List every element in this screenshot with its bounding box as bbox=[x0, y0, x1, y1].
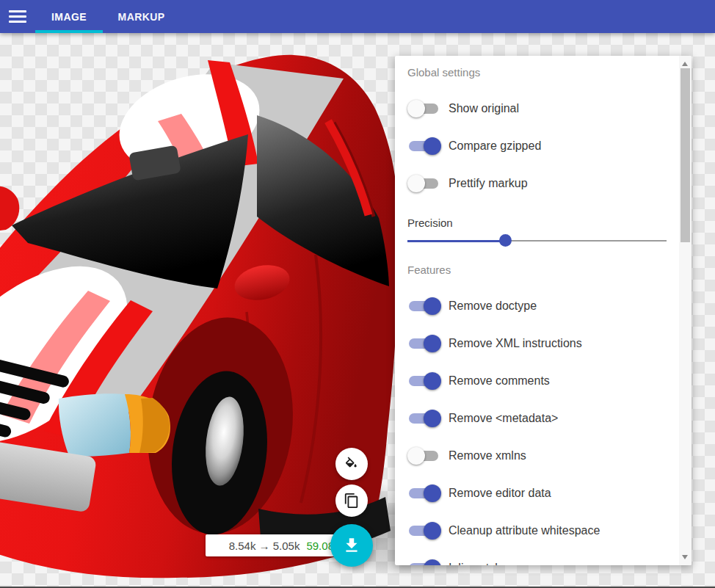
scroll-down-icon[interactable] bbox=[682, 555, 688, 559]
settings-panel: Global settings Show original Compare gz… bbox=[395, 56, 692, 565]
precision-label: Precision bbox=[407, 217, 667, 231]
toggle-switch[interactable] bbox=[407, 409, 441, 428]
menu-icon[interactable] bbox=[0, 0, 35, 33]
arrow-glyph: → bbox=[259, 540, 270, 552]
precision-control: Precision bbox=[407, 217, 667, 247]
toggle-row-inline-styles[interactable]: Inline styles bbox=[395, 549, 679, 565]
toggle-switch[interactable] bbox=[407, 371, 441, 391]
tab-image[interactable]: IMAGE bbox=[35, 0, 103, 33]
toggle-label: Remove XML instructions bbox=[449, 337, 582, 350]
toggle-label: Remove <metadata> bbox=[449, 412, 558, 425]
section-title-global-settings: Global settings bbox=[407, 66, 679, 81]
toggle-label: Compare gzipped bbox=[449, 139, 541, 153]
scrollbar-thumb[interactable] bbox=[680, 68, 690, 242]
toggle-row-remove-xmlns[interactable]: Remove xmlns bbox=[395, 437, 679, 474]
app-toolbar: IMAGE MARKUP bbox=[0, 0, 715, 33]
toggle-label: Inline styles bbox=[449, 562, 510, 566]
toggle-switch[interactable] bbox=[407, 174, 441, 193]
toggle-switch[interactable] bbox=[407, 137, 441, 156]
toggle-row-remove-doctype[interactable]: Remove doctype bbox=[395, 287, 679, 324]
download-icon bbox=[342, 536, 361, 555]
toggle-switch[interactable] bbox=[407, 334, 441, 353]
toggle-row-prettify-markup[interactable]: Prettify markup bbox=[395, 164, 679, 202]
toggle-row-show-original[interactable]: Show original bbox=[395, 90, 679, 127]
download-button[interactable] bbox=[330, 524, 373, 567]
slider-thumb[interactable] bbox=[499, 234, 512, 247]
tab-markup[interactable]: MARKUP bbox=[103, 0, 180, 33]
toggle-label: Prettify markup bbox=[449, 177, 528, 190]
toggle-switch[interactable] bbox=[407, 559, 441, 566]
panel-scrollbar bbox=[679, 56, 692, 565]
toggle-switch[interactable] bbox=[407, 99, 441, 118]
toggle-row-remove-comments[interactable]: Remove comments bbox=[395, 362, 679, 399]
copy-button[interactable] bbox=[335, 484, 368, 517]
precision-slider[interactable] bbox=[407, 234, 667, 247]
toggle-row-cleanup-attribute-whitespace[interactable]: Cleanup attribute whitespace bbox=[395, 512, 679, 549]
toggle-row-remove-editor-data[interactable]: Remove editor data bbox=[395, 474, 679, 512]
toggle-switch[interactable] bbox=[407, 521, 441, 540]
toggle-row-remove-metadata[interactable]: Remove <metadata> bbox=[395, 399, 679, 437]
original-size: 8.54k → 5.05k bbox=[229, 540, 300, 552]
background-color-button[interactable] bbox=[335, 448, 368, 480]
toggle-row-compare-gzipped[interactable]: Compare gzipped bbox=[395, 127, 679, 164]
scroll-up-icon[interactable] bbox=[682, 62, 688, 66]
toggle-switch[interactable] bbox=[407, 446, 441, 465]
toggle-label: Cleanup attribute whitespace bbox=[449, 524, 600, 537]
toggle-label: Remove editor data bbox=[449, 487, 551, 500]
toggle-switch[interactable] bbox=[407, 484, 441, 503]
paint-bucket-icon bbox=[343, 455, 360, 473]
toggle-row-remove-xml-instructions[interactable]: Remove XML instructions bbox=[395, 324, 679, 362]
copy-icon bbox=[344, 493, 360, 509]
active-tab-indicator bbox=[35, 30, 103, 33]
toggle-label: Show original bbox=[449, 102, 519, 115]
section-title-features: Features bbox=[407, 264, 679, 278]
app-window: IMAGE MARKUP 8.54k → 5.05k 59.08% Global… bbox=[0, 0, 715, 588]
toggle-label: Remove comments bbox=[449, 374, 550, 388]
toggle-label: Remove doctype bbox=[449, 300, 537, 313]
toggle-switch[interactable] bbox=[407, 297, 441, 316]
toggle-label: Remove xmlns bbox=[449, 449, 526, 462]
